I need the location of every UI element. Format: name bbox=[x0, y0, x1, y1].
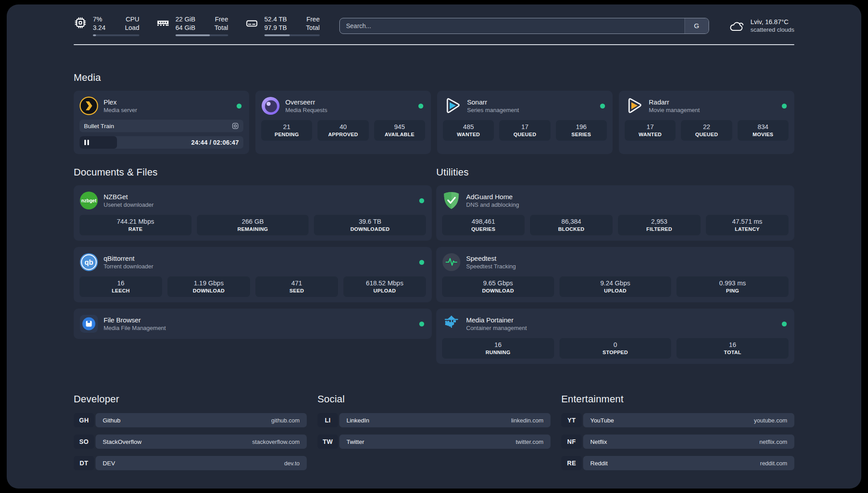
search-input[interactable] bbox=[340, 18, 684, 33]
section-title-social: Social bbox=[317, 393, 551, 405]
stat-running: 16RUNNING bbox=[442, 338, 554, 359]
load-label: Load bbox=[125, 24, 139, 32]
app-subtitle: DNS and adblocking bbox=[466, 201, 789, 208]
card-speedtest[interactable]: Speedtest Speedtest Tracking 9.65 GbpsDO… bbox=[436, 247, 794, 302]
stat-leech: 16LEECH bbox=[79, 276, 162, 297]
links-developer: Developer GH Github github.com SO StackO… bbox=[74, 393, 307, 477]
card-plex[interactable]: Plex Media server Bullet Train 24:44 / 0… bbox=[74, 91, 249, 154]
stat-movies: 834MOVIES bbox=[738, 120, 789, 141]
card-nzbget[interactable]: nzbget NZBGet Usenet downloader 744.21 M… bbox=[74, 185, 432, 241]
card-adguard[interactable]: AdGuard Home DNS and adblocking 498,461Q… bbox=[436, 185, 794, 241]
stat-total: 16TOTAL bbox=[676, 338, 789, 359]
card-radarr[interactable]: Radarr Movie management 17WANTED 22QUEUE… bbox=[619, 91, 794, 154]
filebrowser-logo-icon bbox=[79, 314, 98, 333]
overseerr-logo-icon bbox=[261, 96, 280, 115]
stat-upload: 618.52 MbpsUPLOAD bbox=[343, 276, 426, 297]
utilities-column: Utilities AdGuard Home DNS and adblockin… bbox=[436, 167, 794, 364]
app-title: Speedtest bbox=[466, 255, 789, 262]
link-netflix[interactable]: Netflix netflix.com bbox=[583, 435, 794, 449]
stat-ping: 0.993 msPING bbox=[676, 276, 789, 297]
card-qbittorrent[interactable]: qb qBittorrent Torrent downloader 16LEEC… bbox=[74, 247, 432, 302]
weather-condition: scattered clouds bbox=[751, 26, 794, 33]
link-row-github: GH Github github.com bbox=[74, 413, 307, 427]
disk-total-value: 97.9 TB bbox=[264, 24, 287, 32]
plex-logo-icon bbox=[79, 96, 98, 115]
link-row-stackoverflow: SO StackOverflow stackoverflow.com bbox=[74, 435, 307, 449]
weather-widget: Lviv, 16.87°C scattered clouds bbox=[729, 18, 794, 33]
status-dot bbox=[419, 198, 424, 203]
link-dev[interactable]: DEV dev.to bbox=[96, 456, 307, 470]
stat-remaining: 266 GBREMAINING bbox=[197, 215, 309, 235]
cloud-icon bbox=[729, 19, 745, 33]
memory-total-value: 64 GiB bbox=[175, 24, 195, 32]
app-title: qBittorrent bbox=[104, 255, 414, 262]
app-title: Overseerr bbox=[285, 98, 413, 106]
pause-icon bbox=[84, 140, 89, 145]
search-bar: G bbox=[339, 18, 709, 34]
svg-text:qb: qb bbox=[84, 259, 93, 266]
status-dot bbox=[419, 322, 424, 326]
qbittorrent-logo-icon: qb bbox=[79, 253, 98, 272]
link-linkedin[interactable]: LinkedIn linkedin.com bbox=[339, 413, 551, 427]
stat-queries: 498,461QUERIES bbox=[442, 215, 525, 235]
link-row-dev: DT DEV dev.to bbox=[74, 456, 307, 470]
documents-column: Documents & Files nzbget NZBGet Usenet d… bbox=[74, 167, 432, 339]
app-title: Sonarr bbox=[467, 98, 595, 106]
app-subtitle: Series management bbox=[467, 107, 595, 113]
playback-time: 24:44 / 02:06:47 bbox=[191, 139, 243, 146]
now-playing-row: Bullet Train bbox=[79, 120, 243, 132]
section-title-media: Media bbox=[74, 72, 794, 84]
card-portainer[interactable]: Media Portainer Container management 16R… bbox=[436, 309, 794, 364]
link-abbr: LI bbox=[317, 413, 338, 427]
link-github[interactable]: Github github.com bbox=[96, 413, 307, 427]
stat-stopped: 0STOPPED bbox=[559, 338, 672, 359]
link-twitter[interactable]: Twitter twitter.com bbox=[339, 435, 551, 449]
link-stackoverflow[interactable]: StackOverflow stackoverflow.com bbox=[96, 435, 307, 449]
section-title-developer: Developer bbox=[74, 393, 307, 405]
stat-pending: 21PENDING bbox=[261, 120, 312, 141]
memory-icon bbox=[156, 16, 170, 29]
card-overseerr[interactable]: Overseerr Media Requests 21PENDING 40APP… bbox=[255, 91, 431, 154]
stat-blocked: 86,384BLOCKED bbox=[530, 215, 613, 235]
section-title-utilities: Utilities bbox=[436, 167, 794, 178]
app-subtitle: Media server bbox=[104, 107, 231, 113]
link-abbr: SO bbox=[74, 435, 94, 449]
cpu-label: CPU bbox=[125, 15, 139, 24]
card-filebrowser[interactable]: File Browser Media File Management bbox=[74, 309, 432, 339]
section-title-entertainment: Entertainment bbox=[561, 393, 794, 405]
link-reddit[interactable]: Reddit reddit.com bbox=[583, 456, 794, 470]
app-subtitle: Container management bbox=[466, 325, 776, 331]
now-playing-title: Bullet Train bbox=[84, 123, 232, 130]
weather-location: Lviv, 16.87°C bbox=[751, 18, 794, 25]
stat-download: 1.19 GbpsDOWNLOAD bbox=[167, 276, 250, 297]
app-subtitle: Speedtest Tracking bbox=[466, 263, 789, 270]
app-subtitle: Usenet downloader bbox=[104, 201, 414, 208]
stat-rate: 744.21 MbpsRATE bbox=[79, 215, 192, 235]
playback-elapsed-fill bbox=[79, 136, 117, 149]
stat-queued: 17QUEUED bbox=[499, 120, 550, 141]
cpu-percent: 7% bbox=[93, 15, 105, 24]
cpu-metric: 7% 3.24 CPU Load bbox=[74, 15, 139, 36]
stat-latency: 47.571 msLATENCY bbox=[706, 215, 789, 235]
link-abbr: RE bbox=[561, 456, 582, 470]
app-subtitle: Media Requests bbox=[285, 107, 413, 113]
status-dot bbox=[419, 260, 424, 265]
disk-free-label: Free bbox=[306, 15, 320, 24]
memory-free-value: 22 GiB bbox=[175, 15, 195, 24]
card-sonarr[interactable]: Sonarr Series management 485WANTED 17QUE… bbox=[437, 91, 613, 154]
header-divider bbox=[74, 44, 794, 45]
search-provider-button[interactable]: G bbox=[684, 18, 709, 33]
stat-seed: 471SEED bbox=[255, 276, 338, 297]
playback-progress-row[interactable]: 24:44 / 02:06:47 bbox=[79, 136, 243, 149]
memory-free-label: Free bbox=[214, 15, 228, 24]
status-dot bbox=[782, 322, 787, 326]
dashboard-panel: 7% 3.24 CPU Load 22 GiB bbox=[7, 4, 861, 489]
disk-icon bbox=[245, 16, 259, 29]
link-row-twitter: TW Twitter twitter.com bbox=[317, 435, 551, 449]
speedtest-logo-icon bbox=[442, 253, 461, 272]
link-abbr: GH bbox=[74, 413, 94, 427]
disk-free-value: 52.4 TB bbox=[264, 15, 287, 24]
stat-series: 196SERIES bbox=[556, 120, 607, 141]
cpu-progress-bar bbox=[93, 34, 139, 37]
link-youtube[interactable]: YouTube youtube.com bbox=[583, 413, 794, 427]
